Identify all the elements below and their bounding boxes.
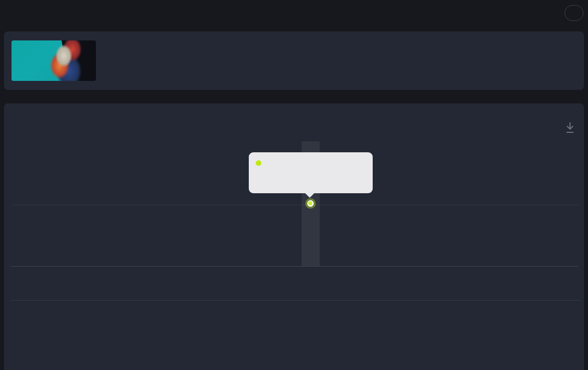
game-capsule[interactable]	[11, 40, 96, 81]
game-logo	[19, 58, 21, 65]
navigator-sparkline	[11, 301, 580, 329]
marker-dot	[308, 201, 312, 205]
compare-button[interactable]	[565, 5, 584, 21]
stats-panel	[4, 31, 584, 90]
steamdb-charts-page	[0, 0, 588, 370]
download-icon[interactable]	[565, 121, 576, 134]
header	[0, 0, 588, 31]
gridline-value-1	[11, 205, 579, 205]
players-series-dot-icon	[256, 160, 261, 166]
x-axis-line	[11, 266, 579, 267]
chart-panel	[4, 103, 584, 370]
chart-tooltip	[249, 152, 373, 193]
range-navigator[interactable]	[11, 300, 580, 329]
